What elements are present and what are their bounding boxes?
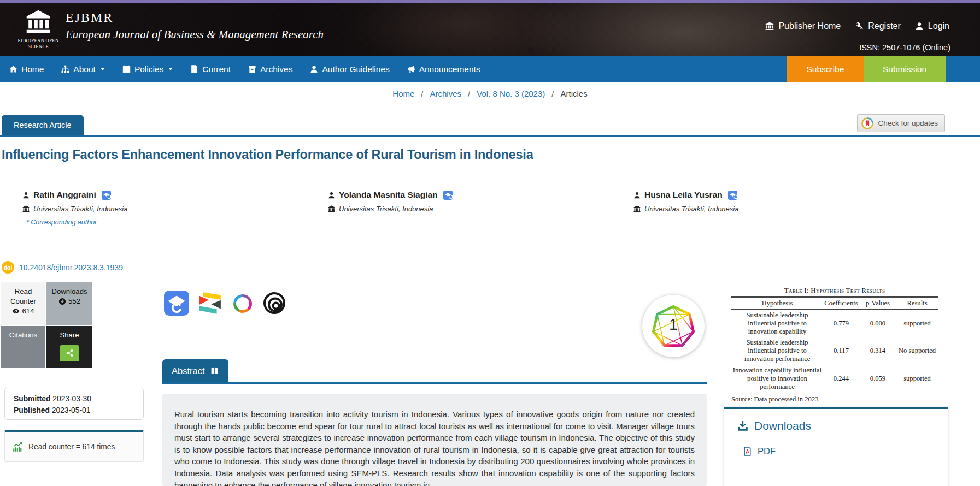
article-tab-bar: Research Article Check for updates [0, 105, 980, 137]
bank-icon [633, 205, 641, 212]
read-counter-cell: Read Counter 614 [1, 282, 45, 325]
table-cell: 0.000 [859, 309, 896, 337]
dimensions-count: 1 [642, 316, 705, 334]
submission-button[interactable]: Submission [864, 56, 946, 82]
nav-item-current[interactable]: Current [190, 64, 231, 74]
crossref-icon[interactable] [197, 291, 223, 316]
table-cell: Sustainable leadership influential posit… [731, 337, 823, 365]
dimensions-citation-badge[interactable]: 1 [642, 295, 705, 357]
doi-row: doi 10.24018/ejbmr.2023.8.3.1939 [2, 261, 123, 274]
table-row: Sustainable leadership influential posit… [731, 337, 938, 365]
chevron-down-icon [168, 68, 173, 70]
pdf-file-icon [743, 447, 752, 456]
author-block: Ratih Anggraini Universitas Trisakti, In… [22, 190, 318, 226]
scholar-badge-icon[interactable] [728, 191, 737, 200]
research-article-tab[interactable]: Research Article [2, 115, 84, 135]
nav-items: Home About Policies Current Archives [0, 56, 480, 82]
scholar-badge-icon[interactable] [102, 191, 111, 200]
table-title: Table I: Hypothesis Test Results [731, 286, 938, 295]
indexing-icons [164, 291, 286, 316]
journal-abbreviation: EJBMR [66, 10, 113, 25]
downloads-cell: Downloads 552 [46, 282, 92, 325]
table-row: Innovation capability influential positi… [731, 365, 938, 393]
nav-item-home[interactable]: Home [9, 64, 44, 74]
download-circle-icon [58, 298, 66, 305]
nav-item-announcements[interactable]: Announcements [407, 64, 480, 74]
author-name: Yolanda Masnita Siagian [339, 190, 438, 200]
table-source-note: Source: Data processed in 2023 [731, 395, 938, 404]
table-cell: 0.059 [859, 365, 896, 393]
read-counter-value: 614 [22, 306, 34, 316]
published-date: 2023-05-01 [52, 406, 91, 414]
header-links: Publisher Home Register Login [765, 21, 949, 31]
chevron-down-icon [101, 68, 105, 70]
read-counter-note-box: Read counter = 614 times [4, 430, 144, 462]
university-columns-icon [24, 27, 53, 36]
author-block: Yolanda Masnita Siagian Universitas Tris… [328, 190, 623, 213]
table-header: p-Values [859, 297, 896, 310]
table-header: Results [896, 297, 938, 310]
login-link[interactable]: Login [915, 21, 949, 31]
table-cell: 0.117 [823, 337, 859, 365]
publisher-home-link[interactable]: Publisher Home [765, 21, 841, 31]
bank-icon [328, 205, 335, 212]
breadcrumb-home-link[interactable]: Home [392, 89, 414, 98]
nav-right-pad [946, 56, 980, 82]
author-affiliation: Universitas Trisakti, Indonesia [644, 205, 738, 213]
issn-label: ISSN: 2507-1076 (Online) [859, 43, 950, 52]
table-row: Sustainable leadership influential posit… [731, 309, 938, 337]
nav-item-archives[interactable]: Archives [248, 64, 292, 74]
table-header: Hypothesis [731, 297, 823, 310]
abstract-underline [162, 382, 707, 384]
bullhorn-icon [407, 65, 415, 73]
breadcrumb-current: Articles [560, 89, 587, 98]
table-cell: 0.779 [823, 309, 859, 337]
user-icon [328, 192, 335, 199]
journal-article-page: EUROPEAN OPEN SCIENCE EJBMR European Jou… [0, 0, 980, 486]
author-name: Ratih Anggraini [33, 190, 96, 200]
abstract-text: Rural tourism starts becoming transition… [162, 394, 707, 486]
table-cell: supported [896, 309, 938, 337]
table-cell: 0.314 [859, 337, 896, 365]
article-title: Influencing Factors Enhancement Innovati… [2, 147, 794, 162]
nav-item-about[interactable]: About [61, 64, 105, 74]
crossmark-icon [861, 117, 873, 129]
breadcrumb-archives-link[interactable]: Archives [430, 89, 462, 98]
scilit-icon[interactable] [231, 291, 255, 316]
key-icon [855, 22, 864, 31]
author-affiliation: Universitas Trisakti, Indonesia [339, 205, 433, 213]
table-cell: supported [896, 365, 938, 393]
table-cell: 0.244 [823, 365, 859, 393]
submission-dates-box: Submitted 2023-03-30 Published 2023-05-0… [4, 388, 144, 420]
check-for-updates-button[interactable]: Check for updates [857, 114, 945, 132]
sitemap-icon [61, 65, 69, 73]
downloads-value: 552 [68, 297, 80, 306]
author-affiliation-row: Universitas Trisakti, Indonesia [22, 205, 318, 213]
author-name-row: Ratih Anggraini [22, 190, 318, 200]
author-name: Husna Leila Yusran [644, 190, 723, 200]
ouci-spiral-icon[interactable] [262, 291, 286, 316]
subscribe-button[interactable]: Subscribe [787, 56, 864, 82]
google-scholar-icon[interactable] [164, 291, 189, 316]
nav-item-policies[interactable]: Policies [122, 64, 173, 74]
person-outline-icon [310, 65, 318, 73]
breadcrumb-issue-link[interactable]: Vol. 8 No. 3 (2023) [477, 89, 545, 98]
table-cell: Sustainable leadership influential posit… [731, 309, 823, 337]
abstract-tab[interactable]: Abstract [162, 359, 228, 383]
user-icon [915, 22, 924, 31]
pdf-download-link[interactable]: PDF [743, 446, 935, 457]
submitted-label: Submitted [14, 395, 50, 403]
publisher-logo[interactable]: EUROPEAN OPEN SCIENCE [13, 9, 63, 49]
register-link[interactable]: Register [855, 21, 901, 31]
bank-icon [765, 22, 774, 31]
breadcrumb: Home / Archives / Vol. 8 No. 3 (2023) / … [0, 82, 980, 105]
site-header: EUROPEAN OPEN SCIENCE EJBMR European Jou… [0, 3, 980, 56]
share-cell: Share [46, 326, 92, 368]
logo-caption: EUROPEAN OPEN SCIENCE [13, 38, 63, 49]
nav-item-author-guidelines[interactable]: Author Guidelines [310, 64, 389, 74]
scholar-badge-icon[interactable] [443, 191, 453, 200]
citations-cell: Citations [1, 326, 45, 368]
share-button[interactable] [60, 345, 79, 361]
hypothesis-table: Hypothesis Coefficients p-Values Results… [731, 296, 938, 393]
doi-link[interactable]: 10.24018/ejbmr.2023.8.3.1939 [19, 263, 123, 272]
